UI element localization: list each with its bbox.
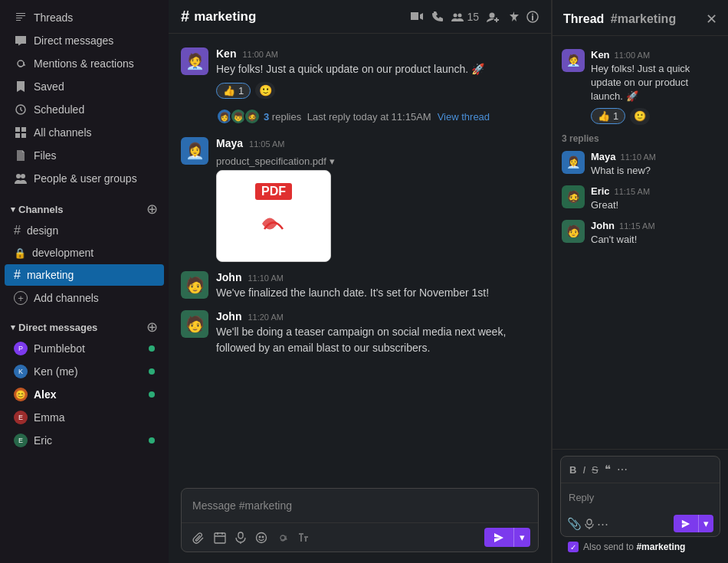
- svg-point-7: [21, 174, 25, 178]
- sidebar-item-pumblebot[interactable]: P Pumblebot: [5, 338, 164, 359]
- text-format-icon[interactable]: [295, 529, 313, 546]
- sidebar-item-emma[interactable]: E Emma: [5, 407, 164, 428]
- pin-icon[interactable]: [508, 11, 519, 23]
- pdf-attachment: product_specification.pdf ▾ PDF: [216, 155, 539, 262]
- sidebar-item-eric[interactable]: E Eric: [5, 430, 164, 451]
- bold-button[interactable]: B: [567, 462, 579, 478]
- thread-reply: 🧑 John 11:15 AM Can't wait!: [562, 216, 719, 250]
- sidebar-item-design[interactable]: # design: [5, 220, 164, 241]
- avatar-ken: 🧑‍💼: [181, 47, 208, 75]
- calendar-icon[interactable]: [211, 529, 229, 547]
- sidebar-item-files[interactable]: Files: [5, 145, 164, 166]
- sidebar-item-all-channels[interactable]: All channels: [5, 122, 164, 143]
- microphone-icon[interactable]: [232, 529, 249, 547]
- sidebar-item-scheduled[interactable]: Scheduled: [5, 99, 164, 120]
- all-channels-icon: [14, 126, 28, 139]
- sidebar-item-people[interactable]: People & user groups: [5, 168, 164, 189]
- dm-section-label[interactable]: ▾ Direct messages: [11, 322, 97, 333]
- sidebar-item-development[interactable]: 🔒 development: [5, 243, 164, 263]
- new-dm-icon[interactable]: ⊕: [146, 320, 158, 334]
- thumbsup-reaction[interactable]: 👍 1: [216, 83, 251, 99]
- send-dropdown-button[interactable]: ▾: [513, 528, 530, 547]
- sidebar-item-label: Files: [34, 149, 57, 162]
- thread-reaction-count: 1: [613, 110, 618, 122]
- mentions-icon: [14, 57, 28, 70]
- thread-reply: 👩‍💼 Maya 11:10 AM What is new?: [562, 147, 719, 182]
- close-thread-button[interactable]: ✕: [706, 11, 717, 28]
- sidebar-item-threads[interactable]: Threads: [5, 7, 164, 28]
- sidebar-item-marketing[interactable]: # marketing: [5, 264, 164, 286]
- italic-button[interactable]: I: [580, 462, 588, 478]
- phone-icon[interactable]: [431, 11, 444, 23]
- thread-send-dropdown-button[interactable]: ▾: [698, 515, 713, 532]
- message-row: 🧑‍💼 Ken 11:00 AM Hey folks! Just a quick…: [181, 43, 539, 133]
- thread-original-message: 🧑‍💼 Ken 11:00 AM Hey folks! Just a quick…: [562, 45, 719, 129]
- svg-rect-14: [238, 532, 243, 538]
- thread-attach-icon[interactable]: 📎: [567, 517, 582, 531]
- online-indicator: [149, 437, 155, 444]
- thread-send-button[interactable]: [674, 515, 698, 532]
- thread-reply-body: Eric 11:15 AM Great!: [591, 185, 719, 212]
- thread-reply-input[interactable]: Reply: [561, 483, 720, 511]
- thread-messages-area: 🧑‍💼 Ken 11:00 AM Hey folks! Just a quick…: [553, 36, 728, 449]
- thread-panel: Thread #marketing ✕ 🧑‍💼 Ken 11:00 AM Hey…: [552, 0, 728, 563]
- attach-icon[interactable]: [189, 529, 208, 547]
- sidebar-item-saved[interactable]: Saved: [5, 76, 164, 97]
- message-text: We've finalized the launch date. It's se…: [216, 285, 539, 301]
- dm-icon: [14, 34, 28, 47]
- thread-reply-author: Eric: [591, 185, 610, 197]
- mention-icon[interactable]: [274, 529, 292, 547]
- svg-point-10: [490, 12, 495, 18]
- sidebar-item-direct-messages[interactable]: Direct messages: [5, 30, 164, 51]
- pdf-preview[interactable]: PDF: [216, 170, 331, 262]
- also-send-checkbox[interactable]: ✓: [568, 542, 579, 552]
- thread-reply-author: John: [591, 220, 615, 231]
- view-thread-link[interactable]: View thread: [438, 111, 490, 123]
- online-indicator: [149, 345, 155, 352]
- dm-label: Emma: [34, 411, 64, 424]
- thread-reply-time: 11:15 AM: [615, 187, 650, 196]
- add-channel-icon[interactable]: ⊕: [146, 202, 158, 216]
- input-area: Message #marketing: [169, 480, 551, 563]
- quote-button[interactable]: ❝: [602, 460, 613, 479]
- avatar-john-thread: 🧑: [562, 220, 585, 243]
- sidebar-item-ken-me[interactable]: K Ken (me): [5, 361, 164, 382]
- message-time: 11:00 AM: [242, 50, 277, 59]
- message-row: 🧑 John 11:20 AM We'll be doing a teaser …: [181, 306, 539, 361]
- main-content: # marketing 15: [169, 0, 552, 563]
- message-time: 11:05 AM: [249, 139, 284, 149]
- thread-reply-header: John 11:15 AM: [591, 220, 719, 231]
- avatar-john: 🧑: [181, 271, 208, 299]
- thread-add-reaction-button[interactable]: 🙂: [630, 108, 650, 125]
- sidebar-item-alex[interactable]: 😊 Alex: [5, 384, 164, 405]
- channel-hash-icon: #: [181, 8, 189, 25]
- svg-point-8: [454, 13, 457, 17]
- send-button[interactable]: [484, 528, 513, 547]
- thread-more-icon[interactable]: ⋯: [597, 517, 608, 531]
- sidebar-item-label: Scheduled: [34, 103, 84, 116]
- add-channels-row[interactable]: + Add channels: [5, 287, 164, 309]
- online-indicator: [149, 391, 155, 398]
- lock-icon: 🔒: [14, 247, 26, 259]
- sidebar-item-mentions[interactable]: Mentions & reactions: [5, 53, 164, 74]
- add-member-icon[interactable]: [487, 11, 500, 22]
- more-format-button[interactable]: ⋯: [615, 461, 630, 478]
- thread-thumbsup-reaction[interactable]: 👍 1: [591, 108, 625, 124]
- thread-send-group: ▾: [674, 515, 713, 532]
- avatar-pumblebot: P: [14, 342, 28, 355]
- svg-rect-3: [21, 127, 26, 132]
- members-count[interactable]: 15: [451, 11, 479, 23]
- input-toolbar: ▾: [182, 522, 538, 552]
- messages-area: 🧑‍💼 Ken 11:00 AM Hey folks! Just a quick…: [169, 34, 551, 480]
- emoji-icon[interactable]: [252, 529, 271, 547]
- video-call-icon[interactable]: [410, 11, 424, 22]
- channels-section-label[interactable]: ▾ Channels: [11, 204, 64, 215]
- info-icon[interactable]: [526, 11, 539, 23]
- strikethrough-button[interactable]: S: [589, 462, 601, 478]
- message-header: Maya 11:05 AM: [216, 137, 539, 149]
- message-input[interactable]: Message #marketing: [182, 489, 538, 522]
- thread-avatar: 🧔: [244, 108, 261, 125]
- thread-microphone-icon[interactable]: [585, 519, 594, 529]
- add-reaction-button[interactable]: 🙂: [255, 82, 275, 99]
- svg-point-15: [257, 532, 267, 542]
